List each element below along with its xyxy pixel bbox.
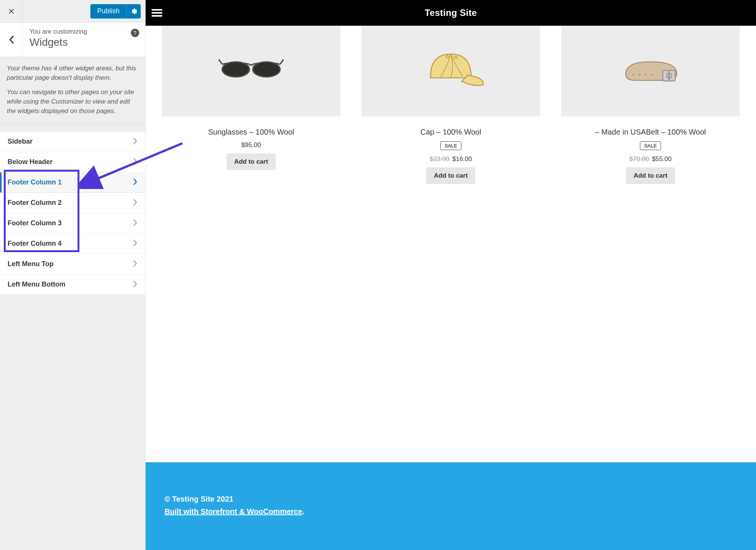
product-image[interactable] — [561, 26, 740, 116]
panel-title: Widgets — [29, 36, 138, 48]
site-title: Testing Site — [425, 8, 477, 18]
chevron-left-icon — [9, 36, 14, 44]
widget-area-item[interactable]: Footer Column 3 — [0, 213, 145, 234]
chevron-right-icon — [133, 260, 138, 268]
publish-split-button: Publish — [90, 4, 141, 19]
chevron-right-icon — [133, 138, 138, 146]
help-icon: ? — [134, 30, 137, 36]
widget-area-item[interactable]: Left Menu Bottom — [0, 274, 145, 295]
widget-area-label: Footer Column 2 — [8, 199, 62, 207]
add-to-cart-button[interactable]: Add to cart — [227, 153, 276, 170]
product-current-price: $16.00 — [452, 155, 472, 163]
product-old-price: $70.00 — [629, 155, 649, 163]
product-image[interactable] — [362, 26, 540, 116]
add-to-cart-button[interactable]: Add to cart — [426, 167, 475, 184]
svg-point-10 — [651, 74, 653, 76]
close-button[interactable] — [0, 0, 23, 22]
sale-badge: SALE — [640, 141, 661, 150]
widget-area-item[interactable]: Footer Column 4 — [0, 234, 145, 254]
panel-eyebrow: You are customizing — [29, 28, 138, 36]
svg-point-8 — [639, 74, 640, 76]
widget-area-label: Footer Column 3 — [8, 219, 62, 227]
widget-area-list: SidebarBelow HeaderFooter Column 1Footer… — [0, 132, 145, 295]
product-current-price: $95.00 — [241, 141, 261, 149]
customizer-sidebar: Publish You are customizing Widgets ? Yo — [0, 0, 146, 550]
help-button[interactable]: ? — [131, 29, 139, 37]
chevron-right-icon — [133, 280, 138, 289]
sale-badge: SALE — [440, 141, 461, 150]
svg-point-3 — [222, 62, 250, 77]
product-card: Cap – 100% WoolSALE$23.00$16.00Add to ca… — [362, 26, 540, 184]
customizer-topbar: Publish — [0, 0, 145, 23]
chevron-right-icon — [133, 240, 138, 248]
widget-area-label: Left Menu Bottom — [8, 280, 65, 288]
svg-point-4 — [253, 62, 280, 77]
chevron-right-icon — [133, 158, 138, 166]
product-grid: Sunglasses – 100% Wool$95.00Add to cartC… — [146, 26, 756, 199]
footer-credits: Built with Storefront & WooCommerce. — [165, 507, 737, 516]
close-icon — [8, 8, 15, 15]
widget-area-label: Below Header — [8, 158, 53, 166]
product-title[interactable]: Cap – 100% Wool — [365, 127, 536, 137]
hamburger-icon — [152, 8, 162, 17]
product-image[interactable] — [162, 26, 340, 116]
chevron-right-icon — [133, 219, 138, 228]
product-card: – Made in USABelt – 100% WoolSALE$70.00$… — [561, 26, 740, 184]
svg-point-9 — [645, 74, 647, 76]
chevron-right-icon — [133, 199, 138, 207]
widget-area-item[interactable]: Footer Column 1 — [0, 172, 145, 193]
widget-area-item[interactable]: Left Menu Top — [0, 254, 145, 274]
widget-area-label: Footer Column 4 — [8, 240, 62, 248]
product-current-price: $55.00 — [652, 155, 672, 163]
chevron-right-icon — [133, 178, 138, 187]
widget-area-item[interactable]: Footer Column 2 — [0, 193, 145, 213]
publish-settings-button[interactable] — [126, 4, 141, 19]
product-price: $23.00$16.00 — [362, 155, 540, 163]
svg-rect-2 — [152, 15, 162, 17]
product-price: $70.00$55.00 — [561, 155, 740, 163]
widget-area-item[interactable]: Below Header — [0, 152, 145, 172]
site-header: Testing Site — [146, 0, 756, 26]
svg-point-7 — [633, 74, 634, 76]
back-button[interactable] — [0, 23, 23, 57]
product-title[interactable]: – Made in USABelt – 100% Wool — [565, 127, 736, 137]
svg-rect-0 — [152, 9, 162, 11]
widget-area-label: Left Menu Top — [8, 260, 54, 268]
site-footer: © Testing Site 2021 Built with Storefron… — [146, 462, 756, 550]
publish-button[interactable]: Publish — [90, 4, 126, 19]
widget-area-item[interactable]: Sidebar — [0, 132, 145, 152]
footer-credits-link[interactable]: Built with Storefront & WooCommerce — [165, 507, 302, 516]
product-card: Sunglasses – 100% Wool$95.00Add to cart — [162, 26, 340, 184]
widget-info-text: Your theme has 4 other widget areas, but… — [0, 57, 145, 123]
product-price: $95.00 — [162, 141, 340, 149]
panel-header: You are customizing Widgets ? — [0, 23, 145, 57]
add-to-cart-button[interactable]: Add to cart — [626, 167, 675, 184]
product-title[interactable]: Sunglasses – 100% Wool — [166, 127, 337, 137]
svg-rect-1 — [152, 12, 162, 14]
menu-toggle-button[interactable] — [146, 8, 168, 17]
gear-icon — [130, 8, 137, 15]
site-preview: Testing Site Sunglasses – 100% Wool$95.0… — [146, 0, 756, 550]
footer-copyright: © Testing Site 2021 — [165, 495, 737, 504]
product-old-price: $23.00 — [430, 155, 449, 163]
widget-area-label: Sidebar — [8, 138, 33, 146]
widget-area-label: Footer Column 1 — [8, 178, 62, 186]
